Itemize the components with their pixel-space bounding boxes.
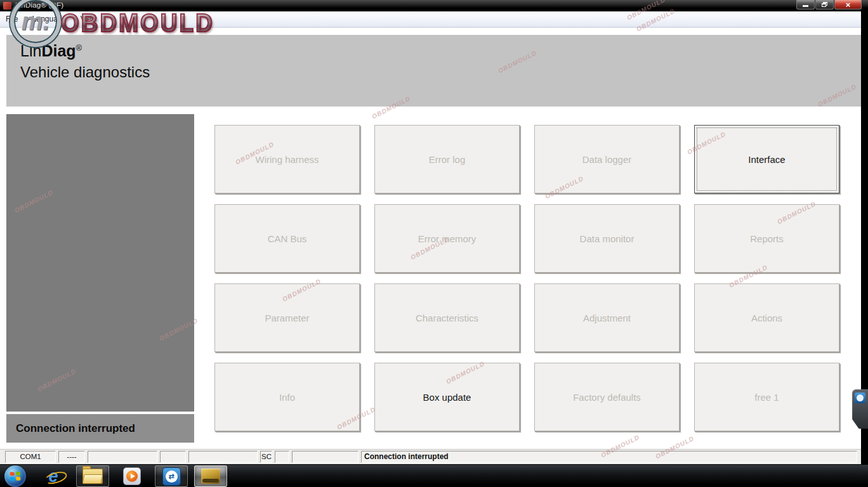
title-bar: LinDiag® (DF) × — [0, 0, 868, 11]
connection-status-panel: Connection interrupted — [6, 414, 194, 443]
restore-icon — [822, 2, 827, 7]
brand-title: LinDiag® — [20, 42, 82, 60]
sidebar-panel — [6, 114, 194, 412]
button-label: Box update — [423, 392, 471, 403]
button-label: Interface — [748, 154, 785, 165]
grid-button-characteristics[interactable]: Characteristics — [374, 283, 520, 352]
screen: LinDiag® (DF) × File Language View LinDi… — [0, 0, 868, 487]
status-cell-sc: SC — [260, 451, 272, 463]
taskbar-lindiag-app[interactable] — [194, 465, 227, 487]
minimize-button[interactable] — [796, 0, 815, 10]
status-cell — [292, 451, 358, 463]
taskbar-windows-explorer[interactable] — [76, 465, 109, 487]
taskbar-teamviewer[interactable]: ⇄ — [155, 465, 188, 487]
menu-file[interactable]: File — [0, 11, 23, 23]
header-banner: LinDiag® Vehicle diagnostics — [6, 35, 861, 107]
start-button[interactable] — [4, 465, 26, 487]
status-cell — [188, 451, 258, 463]
status-cell-com-port: COM1 — [5, 451, 56, 463]
taskbar-media-player[interactable] — [115, 465, 148, 487]
minimize-icon — [803, 5, 808, 7]
menu-language[interactable]: Language — [27, 11, 72, 23]
grid-button-error-log[interactable]: Error log — [374, 125, 520, 193]
button-label: Characteristics — [416, 313, 478, 323]
grid-button-factory-defaults[interactable]: Factory defaults — [534, 363, 680, 431]
close-button[interactable]: × — [834, 0, 862, 10]
windows-logo-icon — [10, 472, 21, 481]
button-label: Reports — [750, 233, 784, 244]
internet-explorer-icon: e — [48, 468, 58, 484]
page-title: Vehicle diagnostics — [20, 63, 150, 81]
grid-button-free-1[interactable]: free 1 — [694, 363, 839, 431]
folder-icon — [82, 469, 103, 484]
grid-button-info[interactable]: Info — [214, 363, 360, 431]
teamviewer-icon — [855, 393, 865, 403]
app-icon — [3, 2, 11, 10]
media-player-icon — [123, 467, 141, 485]
button-label: free 1 — [754, 392, 779, 403]
taskbar: e ⇄ — [0, 464, 868, 487]
grid-button-box-update[interactable]: Box update — [374, 363, 520, 431]
restore-button[interactable] — [815, 0, 834, 10]
grid-button-parameter[interactable]: Parameter — [214, 283, 360, 352]
button-label: Actions — [751, 313, 782, 323]
close-icon: × — [846, 1, 851, 9]
button-label: Factory defaults — [573, 392, 641, 403]
grid-button-data-monitor[interactable]: Data monitor — [534, 204, 680, 273]
function-button-grid: Wiring harness Error log Data logger Int… — [214, 125, 839, 431]
lindiag-app-icon — [201, 469, 220, 484]
grid-button-can-bus[interactable]: CAN Bus — [214, 204, 360, 273]
grid-button-actions[interactable]: Actions — [694, 283, 839, 352]
button-label: Data logger — [582, 154, 632, 165]
status-cell — [160, 451, 186, 463]
grid-button-reports[interactable]: Reports — [694, 204, 839, 273]
status-cell-message: Connection interrupted — [361, 451, 857, 463]
button-label: Parameter — [265, 313, 309, 323]
taskbar-buttons: e ⇄ — [37, 465, 227, 487]
button-label: Wiring harness — [255, 154, 319, 165]
status-cell — [88, 451, 157, 463]
grid-button-wiring-harness[interactable]: Wiring harness — [214, 125, 360, 193]
button-label: CAN Bus — [268, 233, 307, 244]
button-label: Info — [279, 392, 295, 403]
window-title: LinDiag® (DF) — [15, 1, 63, 9]
menu-bar: File Language View — [0, 11, 861, 28]
button-label: Error memory — [418, 233, 477, 244]
button-label: Data monitor — [580, 233, 635, 244]
button-label: Adjustment — [583, 313, 631, 323]
grid-button-adjustment[interactable]: Adjustment — [534, 283, 680, 352]
status-cell-baud: ---- — [58, 451, 85, 463]
button-label: Error log — [429, 154, 466, 165]
teamviewer-icon: ⇄ — [162, 467, 181, 486]
menu-view[interactable]: View — [75, 11, 103, 23]
status-cell — [275, 451, 289, 463]
taskbar-internet-explorer[interactable]: e — [37, 465, 70, 487]
grid-button-error-memory[interactable]: Error memory — [374, 204, 520, 273]
status-bar: COM1 ---- SC Connection interrupted — [0, 449, 861, 464]
grid-button-interface[interactable]: Interface — [694, 125, 839, 193]
window-body: File Language View LinDiag® Vehicle diag… — [0, 11, 861, 464]
window-controls: × — [796, 0, 862, 10]
grid-button-data-logger[interactable]: Data logger — [534, 125, 680, 193]
